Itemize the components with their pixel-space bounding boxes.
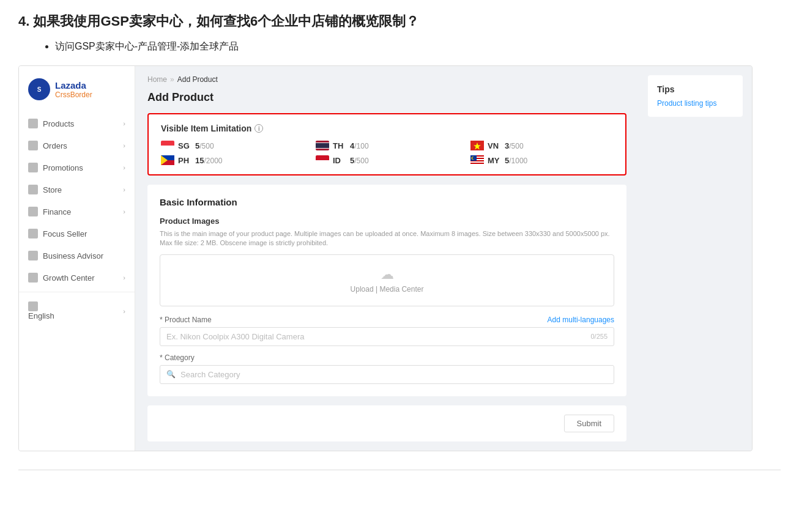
sidebar-item-promotions[interactable]: Promotions ›: [19, 157, 135, 179]
logo-icon: S: [28, 78, 50, 100]
upload-cloud-icon: ☁: [381, 267, 394, 283]
limit-item-vn: VN 3/500: [470, 141, 613, 150]
breadcrumb-separator: »: [170, 75, 174, 84]
question-text: 如果我使用GSP卖家中心，如何查找6个企业中店铺的概览限制？: [33, 13, 419, 29]
sidebar-item-business-advisor[interactable]: Business Advisor: [19, 245, 135, 267]
upload-links: Upload | Media Center: [351, 285, 424, 294]
basic-info-box: Basic Information Product Images This is…: [147, 185, 626, 396]
logo-text: Lazada CrssBorder: [55, 80, 92, 99]
sidebar-item-store[interactable]: Store ›: [19, 179, 135, 201]
product-name-input[interactable]: Ex. Nikon Coolpix A300 Digital Camera 0/…: [160, 327, 614, 346]
tips-title: Tips: [657, 84, 734, 94]
limit-item-ph: PH 15/2000: [161, 155, 303, 165]
country-ph: PH: [178, 156, 191, 165]
product-images-desc: This is the main image of your product p…: [160, 229, 614, 248]
store-chevron: ›: [123, 186, 125, 193]
growth-center-label: Growth Center: [43, 273, 95, 283]
finance-icon: [28, 207, 38, 216]
submit-button[interactable]: Submit: [564, 415, 614, 432]
growth-center-icon: [28, 273, 38, 283]
media-center-link[interactable]: Media Center: [379, 285, 423, 294]
english-chevron: ›: [123, 308, 125, 315]
page-wrapper: 4. 如果我使用GSP卖家中心，如何查找6个企业中店铺的概览限制？ 访问GSP卖…: [0, 0, 799, 532]
store-icon: [28, 185, 38, 194]
country-sg: SG: [178, 141, 191, 150]
basic-info-title: Basic Information: [160, 197, 614, 207]
flag-sg: [161, 141, 174, 150]
limit-item-th: TH 4/100: [316, 141, 458, 150]
flag-th: [316, 141, 329, 150]
category-placeholder: Search Category: [180, 370, 240, 379]
country-id: ID: [333, 156, 346, 165]
svg-rect-12: [470, 164, 484, 165]
promotions-label: Promotions: [43, 163, 83, 172]
category-label: * Category: [160, 353, 614, 362]
breadcrumb: Home » Add Product: [147, 75, 626, 84]
sidebar-item-orders[interactable]: Orders ›: [19, 135, 135, 157]
english-icon: [28, 301, 38, 311]
breadcrumb-home[interactable]: Home: [147, 75, 167, 84]
product-name-label: * Product Name: [160, 316, 212, 324]
svg-text:S: S: [37, 86, 42, 93]
svg-point-7: [162, 160, 164, 161]
business-advisor-label: Business Advisor: [43, 251, 103, 260]
product-name-char-count: 0/255: [590, 333, 608, 340]
limit-item-id: ID 5/500: [316, 155, 458, 165]
sidebar-item-products[interactable]: Products ›: [19, 113, 135, 135]
orders-chevron: ›: [123, 142, 125, 149]
limit-ph-numbers: 15/2000: [195, 156, 223, 165]
page-title: Add Product: [147, 91, 626, 104]
image-upload-area[interactable]: ☁ Upload | Media Center: [160, 254, 614, 306]
orders-icon: [28, 141, 38, 150]
svg-rect-11: [470, 161, 484, 163]
add-multi-languages-link[interactable]: Add multi-languages: [548, 316, 614, 324]
question-number: 4.: [18, 13, 29, 29]
focus-seller-icon: [28, 229, 38, 238]
growth-center-chevron: ›: [123, 274, 125, 281]
country-my: MY: [488, 156, 501, 165]
sidebar-item-finance[interactable]: Finance ›: [19, 201, 135, 223]
limitation-title-text: Visible Item Limitation: [161, 124, 251, 133]
finance-chevron: ›: [123, 208, 125, 215]
main-content: Home » Add Product Add Product Visible I…: [135, 66, 639, 451]
flag-id: [316, 155, 329, 165]
limit-item-sg: SG 5/500: [161, 141, 303, 150]
limit-item-my: MY 5/1000: [470, 155, 613, 165]
breadcrumb-current: Add Product: [177, 75, 218, 84]
bullet-item: 访问GSP卖家中心-产品管理-添加全球产品: [55, 40, 781, 53]
business-advisor-icon: [28, 251, 38, 260]
info-icon[interactable]: i: [255, 124, 263, 133]
focus-seller-label: Focus Seller: [43, 229, 87, 238]
sidebar-divider: [19, 292, 135, 292]
limit-my-numbers: 5/1000: [505, 156, 527, 165]
finance-label: Finance: [43, 207, 71, 216]
search-icon: 🔍: [166, 370, 176, 379]
sidebar-item-growth-center[interactable]: Growth Center ›: [19, 267, 135, 289]
flag-my: [470, 155, 484, 165]
store-label: Store: [43, 185, 62, 194]
logo-lazada: Lazada: [55, 80, 92, 91]
country-vn: VN: [488, 141, 501, 150]
svg-point-15: [472, 157, 475, 160]
products-chevron: ›: [123, 120, 125, 127]
promotions-icon: [28, 163, 38, 172]
screenshot-container: S Lazada CrssBorder Products › Orders: [18, 65, 753, 451]
page-divider: [18, 470, 781, 470]
flag-vn: [470, 141, 484, 150]
category-search-input[interactable]: 🔍 Search Category: [160, 365, 614, 384]
tips-link[interactable]: Product listing tips: [657, 99, 734, 108]
promotions-chevron: ›: [123, 164, 125, 171]
product-images-label: Product Images: [160, 216, 614, 226]
flag-ph: [161, 155, 174, 165]
upload-link[interactable]: Upload: [351, 285, 374, 294]
limitation-title: Visible Item Limitation i: [161, 124, 613, 133]
tips-box: Tips Product listing tips: [648, 75, 743, 117]
limit-th-numbers: 4/100: [350, 141, 369, 150]
limit-vn-numbers: 3/500: [505, 141, 524, 150]
submit-bar: Submit: [147, 405, 626, 441]
sidebar-logo: S Lazada CrssBorder: [19, 72, 135, 113]
products-icon: [28, 119, 38, 128]
sidebar-item-english[interactable]: English ›: [19, 295, 135, 327]
products-label: Products: [43, 119, 74, 128]
sidebar-item-focus-seller[interactable]: Focus Seller: [19, 223, 135, 245]
